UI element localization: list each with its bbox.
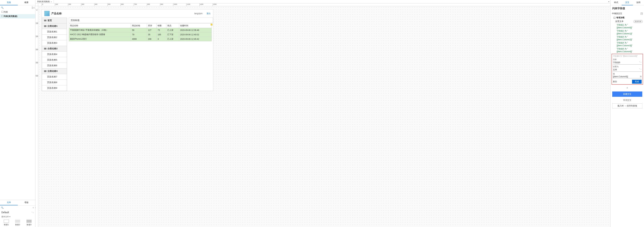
table-cell: 已上架 (166, 28, 179, 32)
widget-search-icon: 🔍 (1, 206, 4, 209)
new-interaction-button[interactable]: 新建交互 (612, 92, 642, 97)
setas-label: 设置为 (613, 65, 642, 68)
add-action-button[interactable]: + (610, 85, 644, 90)
table-header: 商品名称 (69, 24, 131, 28)
tab-masters[interactable]: 母版 (18, 200, 36, 205)
right-panel: 样式 交互 说明 列表字段值 中继器交互 每项加载 设置文本 添加目标 字段值1… (610, 0, 644, 227)
action-target-line[interactable]: 字段值3 为 "[[Item.Column2]]" (610, 35, 644, 41)
data-table: 商品名称商品价格库存销量状态创建时间平腹丽颜纤体贴+平腹瘦身保健贴（10枚）59… (69, 24, 212, 41)
tab-dropdown-icon[interactable]: ▾ (608, 0, 609, 3)
library-selector[interactable]: Default⌃⌄ (0, 210, 35, 215)
table-cell: 2020-09-06 12:45:42 (179, 37, 212, 41)
ruler-horizontal: 0100200300400500600700800900100011001200… (38, 4, 610, 6)
table-cell: 200 (147, 37, 156, 41)
sidebar-page[interactable]: 页面名称3 (42, 40, 67, 46)
sidebar-category[interactable]: 首页 (42, 18, 67, 23)
canvas[interactable]: 产品名称 langzipm 退出 首页分类名称1页面名称1页面名称2页面名称3分… (38, 6, 610, 227)
table-header: 库存 (147, 24, 156, 28)
page-surface: 产品名称 langzipm 退出 首页分类名称1页面名称1页面名称2页面名称3分… (42, 9, 213, 91)
basic-group-header[interactable]: 基本元件 ▾ (0, 215, 35, 219)
pages-tree: 列表列表(填充数据) (0, 10, 35, 200)
widgets-search-input[interactable] (5, 206, 31, 209)
sidebar-page[interactable]: 页面名称6 (42, 63, 67, 68)
event-item-load[interactable]: 每项加载 (610, 16, 644, 20)
interaction-bolt-icon[interactable]: ⚡ (211, 24, 212, 26)
tab-note[interactable]: 说明 (633, 0, 644, 5)
pages-search-input[interactable] (4, 6, 31, 9)
done-button[interactable]: 完成 (632, 80, 642, 84)
left-panel: 页面 概要 🔍 列表列表(填充数据) 元件 母版 🔍 + ⧉ ⋮ Default (0, 0, 36, 227)
canvas-area: 列表(填充数据) × ▾ 010020030040050060070080090… (36, 0, 610, 227)
search-icon: 🔍 (1, 6, 4, 9)
table-cell: 已下架 (166, 32, 179, 37)
table-header: 销量 (156, 24, 166, 28)
setas-select[interactable]: 文本⌃⌄ (613, 68, 642, 72)
product-logo (44, 11, 50, 16)
fx-icon[interactable]: fx (640, 76, 642, 78)
sidebar-page[interactable]: 页面名称7 (42, 74, 67, 80)
sidebar-page[interactable]: 页面名称1 (42, 29, 67, 34)
value-label: 值 (613, 72, 642, 75)
sidebar-page[interactable]: 页面名称5 (42, 57, 67, 63)
add-page-icon[interactable] (32, 7, 32, 9)
sidebar-category[interactable]: 分类名称1 (42, 23, 67, 29)
add-folder-icon[interactable] (34, 7, 34, 8)
sidebar-category[interactable]: 分类名称2 (42, 46, 67, 51)
quick-interaction-item[interactable]: 载入时 → 排序列表项 (612, 104, 642, 108)
sidebar-page[interactable]: 页面名称8 (42, 80, 67, 85)
table-header: 创建时间 (179, 24, 212, 28)
action-target-line[interactable]: 字段值5 为 "[[Item.Column4]]" (610, 47, 644, 53)
page-tree-item[interactable]: 列表(填充数据) (0, 14, 35, 18)
action-target-line[interactable]: 字段值2 为 "[[Item.Column1]]" (610, 29, 644, 35)
tab-style[interactable]: 样式 (610, 0, 622, 5)
table-header: 商品价格 (131, 24, 147, 28)
table-cell: HACCI 1912 蜂蜜修护唇部精华 润唇膏 (69, 32, 131, 37)
tab-widgets[interactable]: 元件 (0, 200, 18, 205)
add-target-button[interactable]: 添加目标 (634, 20, 643, 23)
target-select[interactable]: 字段值6⌃⌄ (613, 61, 642, 64)
action-editor: 字段值6 为 "[[Item.Column5]]" 目标 字段值6⌃⌄ 设置为 … (612, 54, 643, 85)
tab-pages[interactable]: 页面 (0, 0, 18, 5)
table-cell: 最新iPhone12国行 (69, 37, 131, 41)
table-cell: 35 (147, 32, 156, 37)
value-input[interactable]: [[Item.Column5]]fx (613, 75, 642, 78)
table-cell: 0 (156, 37, 166, 41)
widget-shape[interactable]: 矩形2 (15, 220, 20, 226)
table-cell: 59 (131, 28, 147, 32)
target-label: 目标 (613, 58, 642, 61)
table-cell: 127 (147, 28, 156, 32)
table-cell: 4999 (131, 37, 147, 41)
sidebar-category[interactable]: 分类名称3 (42, 68, 67, 74)
tab-interact[interactable]: 交互 (622, 0, 633, 5)
sidebar-page[interactable]: 页面名称4 (42, 51, 67, 57)
document-tab[interactable]: 列表(填充数据) × (36, 0, 54, 3)
table-cell: 已上架 (166, 37, 179, 41)
sidebar-page[interactable]: 页面名称9 (42, 85, 67, 91)
logout-link[interactable]: 退出 (206, 12, 211, 15)
table-cell: 73 (156, 28, 166, 32)
widget-shape[interactable]: 矩形1 (4, 220, 9, 226)
common-interactions-label: 常用交互 (610, 98, 644, 103)
table-cell: 165 (156, 32, 166, 37)
external-icon[interactable] (640, 13, 643, 15)
close-tab-icon[interactable]: × (51, 1, 52, 3)
action-target-line[interactable]: 字段值4 为 "[[Item.Column3]]" (610, 41, 644, 47)
add-library-icon[interactable]: + (32, 206, 34, 209)
page-sidebar: 首页分类名称1页面名称1页面名称2页面名称3分类名称2页面名称4页面名称5页面名… (42, 18, 67, 91)
table-header: 状态 (166, 24, 179, 28)
table-cell: 平腹丽颜纤体贴+平腹瘦身保健贴（10枚） (69, 28, 131, 32)
sidebar-page[interactable]: 页面名称2 (42, 34, 67, 40)
widget-shape[interactable]: 矩形3 (26, 220, 32, 226)
page-main-title: 页面标题 (69, 18, 213, 23)
selection-title: 列表字段值 (610, 6, 644, 12)
ruler-vertical: 0100200300400500 (36, 6, 38, 227)
delete-button[interactable]: 删除 (613, 80, 617, 83)
page-tree-item[interactable]: 列表 (0, 10, 35, 14)
table-cell: 79 (131, 32, 147, 37)
table-cell: 2020-09-06 12:36:48 (179, 28, 212, 32)
action-target-line[interactable]: 字段值1 为 "[[Item.Column0]]" (610, 23, 644, 29)
table-cell: 2020-09-06 12:40:02 (179, 32, 212, 37)
tab-summary[interactable]: 概要 (18, 0, 36, 5)
action-set-text[interactable]: 设置文本 (615, 20, 624, 23)
edit-hint: 字段值6 为 "[[Item.Column5]]" (613, 55, 642, 57)
